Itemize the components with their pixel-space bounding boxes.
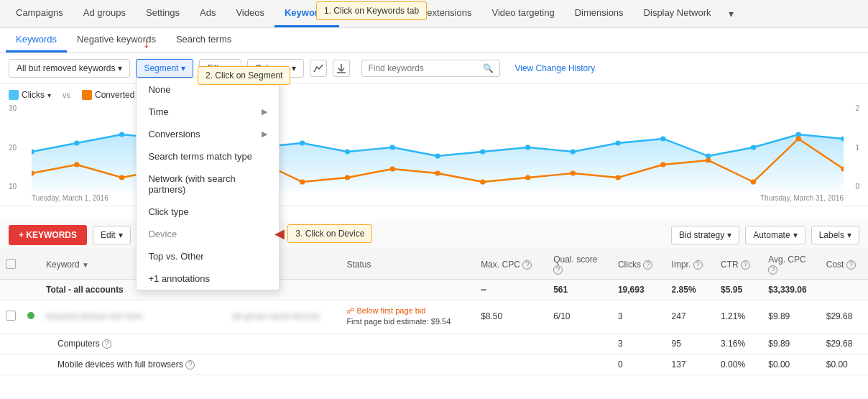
table-row: keyword phrase text here ad group name b… xyxy=(0,301,868,334)
segment-conversions[interactable]: Conversions ▶ xyxy=(137,123,279,145)
download-icon[interactable] xyxy=(333,60,350,77)
row-checkbox[interactable] xyxy=(6,311,16,321)
chevron-down-icon: ▾ xyxy=(47,91,51,99)
view-change-history-link[interactable]: View Change History xyxy=(514,63,595,73)
select-all-header xyxy=(0,250,22,280)
sub-row-label: Mobile devices with full browsers ? xyxy=(40,354,226,375)
segment-time[interactable]: Time ▶ xyxy=(137,101,279,123)
avg-cpc-cell: $9.89 xyxy=(762,301,821,334)
legend-clicks[interactable]: Clicks ▾ xyxy=(9,90,51,100)
chevron-down-icon: ▾ xyxy=(847,230,851,240)
max-cpc-cell: $8.50 xyxy=(475,301,548,334)
chevron-down-icon: ▾ xyxy=(793,230,798,240)
tab-dimensions[interactable]: Dimensions xyxy=(565,0,634,27)
legend-clicks-color xyxy=(9,90,19,100)
ctr-header: CTR ? xyxy=(715,250,762,280)
max-cpc-header: Max. CPC ? xyxy=(475,250,548,280)
table-wrapper: Keyword ▼ Ad group Status Max. CPC ? Qua… xyxy=(0,250,868,375)
segment-device[interactable]: Device ◀ 3. Click on Device xyxy=(137,223,279,245)
sub-avg-cpc: $9.89 xyxy=(762,333,821,354)
arrow-icon: ▶ xyxy=(262,129,267,139)
more-tabs-icon[interactable]: ▾ xyxy=(721,2,741,25)
search-input[interactable] xyxy=(368,63,483,73)
sub-impr: 95 xyxy=(666,333,715,354)
chart-view-icon[interactable] xyxy=(310,60,327,77)
tab-ad-groups[interactable]: Ad groups xyxy=(73,0,136,27)
select-all-checkbox[interactable] xyxy=(6,259,16,269)
svg-point-28 xyxy=(300,179,305,184)
svg-point-39 xyxy=(795,136,801,141)
sub-tab-negative-keywords[interactable]: Negative keywords xyxy=(67,28,166,52)
labels-button[interactable]: Labels ▾ xyxy=(811,226,859,244)
segment-menu: None Time ▶ Conversions ▶ Search terms m… xyxy=(136,78,280,290)
table-row: Mobile devices with full browsers ? 0 13… xyxy=(0,354,868,375)
svg-point-37 xyxy=(706,157,711,162)
legend-converted[interactable]: Converted xyxy=(82,90,134,100)
segment-button[interactable]: Segment ▾ ↓ xyxy=(136,59,193,78)
sort-icon[interactable]: ▼ xyxy=(82,261,89,269)
search-icon[interactable]: 🔍 xyxy=(483,63,494,73)
sub-cost: $0.00 xyxy=(821,354,868,375)
ad-group-cell: ad group name blurred xyxy=(226,301,341,334)
edit-button[interactable]: Edit ▾ xyxy=(93,226,131,244)
info-icon[interactable]: ? xyxy=(693,260,703,270)
segment-click-type[interactable]: Click type xyxy=(137,201,279,223)
segment-top-vs-other[interactable]: Top vs. Other xyxy=(137,245,279,267)
add-keywords-button[interactable]: + KEYWORDS xyxy=(9,225,87,245)
legend-converted-color xyxy=(82,90,92,100)
sub-tab-keywords[interactable]: Keywords xyxy=(6,28,67,52)
info-icon[interactable]: ? xyxy=(185,360,195,370)
sub-ctr: 3.16% xyxy=(715,333,762,354)
bid-strategy-button[interactable]: Bid strategy ▾ xyxy=(671,226,739,244)
info-icon[interactable]: ? xyxy=(741,260,750,270)
keywords-table: Keyword ▼ Ad group Status Max. CPC ? Qua… xyxy=(0,250,868,375)
tab-video-targeting[interactable]: Video targeting xyxy=(481,0,564,27)
svg-point-10 xyxy=(345,149,351,154)
svg-point-24 xyxy=(119,175,125,180)
svg-point-36 xyxy=(660,162,666,167)
cost-cell: $29.68 xyxy=(821,301,868,334)
callout-step3: 3. Click on Device xyxy=(287,224,372,243)
info-icon[interactable]: ? xyxy=(522,260,532,270)
action-bar: + KEYWORDS Edit ▾ Bid strategy ▾ Automat… xyxy=(0,221,868,250)
info-icon[interactable]: ? xyxy=(768,265,777,275)
status-dot xyxy=(27,312,34,319)
segment-plus1-annotations[interactable]: +1 annotations xyxy=(137,267,279,290)
sub-tab-search-terms[interactable]: Search terms xyxy=(166,28,241,52)
callout-step1: 1. Click on Keywords tab xyxy=(316,1,427,20)
sub-clicks: 3 xyxy=(612,333,666,354)
sub-cost: $29.68 xyxy=(821,333,868,354)
svg-point-5 xyxy=(119,132,125,137)
info-icon[interactable]: ? xyxy=(553,265,563,275)
total-clicks: 19,693 xyxy=(612,280,666,301)
tab-campaigns[interactable]: Campaigns xyxy=(6,0,73,27)
tab-display-network[interactable]: Display Network xyxy=(634,0,721,27)
tab-settings[interactable]: Settings xyxy=(136,0,190,27)
total-avg-cpc: $3,339.06 xyxy=(762,280,821,301)
impr-header: Impr. ? xyxy=(666,250,715,280)
chevron-down-icon: ▾ xyxy=(727,230,731,240)
tab-ads[interactable]: Ads xyxy=(190,0,226,27)
search-box: 🔍 xyxy=(361,60,500,77)
automate-button[interactable]: Automate ▾ xyxy=(745,226,805,244)
total-max-cpc: -- xyxy=(475,280,548,301)
info-icon[interactable]: ? xyxy=(643,260,652,270)
info-icon[interactable]: ? xyxy=(102,339,111,349)
clicks-cell: 3 xyxy=(612,301,666,334)
status-icon: ☍ xyxy=(346,306,354,315)
segment-search-terms-match[interactable]: Search terms match type xyxy=(137,145,279,168)
tab-videos[interactable]: Videos xyxy=(226,0,274,27)
total-cost xyxy=(821,280,868,301)
status-dot-header xyxy=(22,250,40,280)
filter-select[interactable]: All but removed keywords ▾ xyxy=(9,59,130,78)
segment-network[interactable]: Network (with search partners) xyxy=(137,168,279,201)
svg-point-4 xyxy=(74,140,80,145)
arrow-icon: ▶ xyxy=(262,107,267,116)
y-axis: 30 20 10 xyxy=(9,104,30,191)
chart-area: Clicks ▾ vs Converted 30 20 10 2 1 0 xyxy=(0,84,868,206)
avg-cpc-header: Avg. CPC ? xyxy=(762,250,821,280)
svg-point-11 xyxy=(389,145,395,150)
svg-point-16 xyxy=(615,140,621,145)
info-icon[interactable]: ? xyxy=(846,260,856,270)
svg-point-38 xyxy=(751,179,757,184)
